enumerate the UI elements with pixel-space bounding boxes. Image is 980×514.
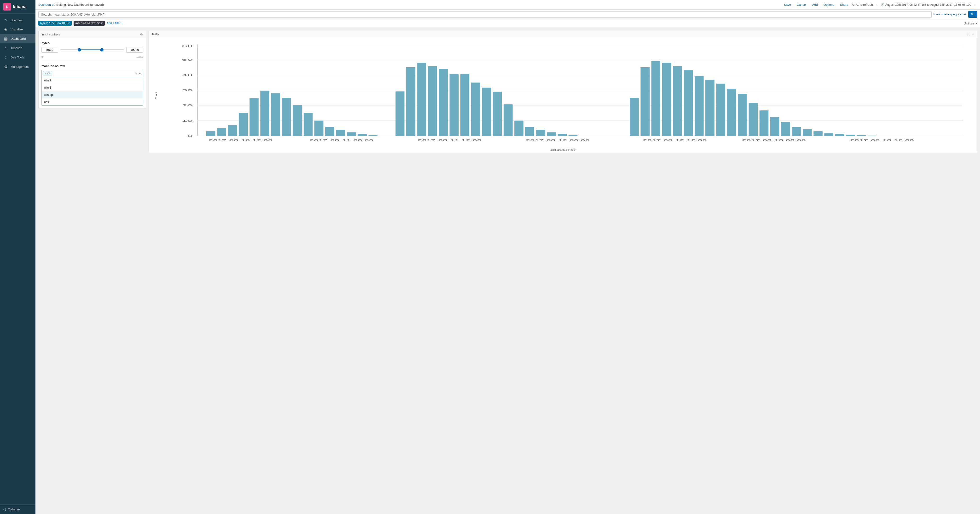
svg-text:10: 10 [182, 119, 193, 122]
actions-button[interactable]: Actions ▾ [964, 22, 977, 25]
range-thumb-left[interactable] [78, 48, 81, 51]
select-arrow-icon[interactable]: ▲ [138, 71, 142, 75]
search-input[interactable] [38, 11, 932, 18]
discover-icon: ○ [3, 18, 8, 22]
sidebar-navigation: ○ Discover ◈ Visualize ▦ Dashboard ∿ Tim… [0, 14, 35, 504]
sidebar-item-discover-label: Discover [11, 19, 23, 22]
add-filter-label: Add a filter + [107, 22, 123, 25]
svg-rect-19 [239, 113, 248, 136]
time-range[interactable]: 🕐 August 10th 2017, 06:22:37.165 to Augu… [881, 3, 971, 6]
filter-badge-bytes[interactable]: bytes: "5.5KB to 10KB" [38, 21, 72, 25]
input-controls-panel: input controls ⚙ bytes [38, 30, 146, 109]
dropdown-item-win8[interactable]: win 8 [42, 84, 143, 91]
filter-badge-os-text: machine.os.raw: "ios" [75, 22, 103, 25]
breadcrumb: Dashboard / Editing New Dashboard (unsav… [38, 3, 104, 6]
sidebar-item-discover[interactable]: ○ Discover [0, 16, 35, 25]
management-icon: ⚙ [3, 64, 8, 69]
svg-rect-65 [803, 129, 812, 136]
tag-ios-label: ios [47, 71, 50, 75]
dropdown-item-winxp[interactable]: win xp [42, 91, 143, 98]
refresh-icon: ↻ [852, 3, 855, 6]
time-range-text: August 10th 2017, 06:22:37.165 to August… [885, 3, 971, 6]
tag-remove-ios[interactable]: × [45, 72, 46, 75]
dropdown-item-osx[interactable]: osx [42, 98, 143, 105]
auto-refresh-button[interactable]: ↻ Auto-refresh [852, 3, 873, 6]
save-button[interactable]: Save [782, 2, 793, 8]
dropdown-item-win7[interactable]: win 7 [42, 77, 143, 84]
share-button[interactable]: Share [838, 2, 850, 8]
svg-rect-62 [770, 117, 780, 136]
breadcrumb-dashboard-link[interactable]: Dashboard [38, 3, 54, 6]
svg-rect-16 [206, 131, 215, 136]
logo-area: K kibana [0, 0, 35, 14]
svg-rect-37 [450, 74, 458, 136]
bytes-label: bytes [41, 41, 143, 45]
add-filter-button[interactable]: Add a filter + [107, 22, 123, 25]
svg-text:2017-08-12 00:00: 2017-08-12 00:00 [526, 139, 590, 141]
machine-os-label: machine.os.raw [41, 64, 143, 68]
settings-icon[interactable]: ○ [972, 32, 974, 36]
collapse-button[interactable]: ◁ Collapse [3, 508, 32, 511]
lucene-syntax-link[interactable]: Uses lucene query syntax [934, 13, 966, 16]
svg-rect-64 [792, 127, 801, 136]
input-controls-header: input controls ⚙ [38, 30, 146, 38]
svg-rect-39 [471, 82, 480, 136]
svg-text:2017-08-12 12:00: 2017-08-12 12:00 [643, 139, 707, 141]
sidebar-item-timelion[interactable]: ∿ Timelion [0, 43, 35, 53]
actions-label: Actions ▾ [964, 22, 977, 25]
svg-rect-24 [293, 105, 302, 136]
select-tags[interactable]: × ios ✕ ▲ [41, 70, 143, 77]
svg-rect-67 [824, 133, 834, 136]
time-next-button[interactable]: › [973, 2, 977, 8]
svg-rect-53 [673, 67, 682, 136]
options-button[interactable]: Options [822, 2, 836, 8]
cancel-button[interactable]: Cancel [795, 2, 808, 8]
range-slider[interactable] [60, 48, 124, 52]
sidebar-item-dashboard[interactable]: ▦ Dashboard [0, 34, 35, 43]
svg-rect-32 [396, 92, 405, 136]
svg-rect-54 [684, 70, 693, 136]
os-select: × ios ✕ ▲ win 7 win 8 win xp osx [41, 70, 143, 106]
sidebar-item-management[interactable]: ⚙ Management [0, 62, 35, 71]
svg-rect-66 [813, 131, 822, 136]
sidebar-item-devtools[interactable]: ⟩ Dev Tools [0, 53, 35, 62]
add-button[interactable]: Add [810, 2, 820, 8]
search-button[interactable]: 🔍 [968, 11, 977, 18]
range-thumb-right[interactable] [100, 48, 103, 51]
svg-rect-36 [439, 69, 448, 136]
range-labels: 0 19956 [41, 56, 143, 58]
svg-rect-46 [547, 132, 556, 136]
kibana-logo-icon: K [3, 3, 11, 11]
svg-rect-59 [738, 94, 747, 136]
sidebar-item-dashboard-label: Dashboard [11, 37, 26, 40]
svg-text:40: 40 [182, 73, 193, 76]
svg-text:2017-08-11 12:00: 2017-08-11 12:00 [418, 139, 482, 141]
range-min-input[interactable] [41, 47, 58, 53]
expand-icon[interactable]: ⛶ [967, 32, 970, 36]
svg-rect-28 [336, 130, 345, 136]
svg-rect-63 [781, 122, 790, 136]
filter-badge-os[interactable]: machine.os.raw: "ios" [73, 21, 105, 25]
svg-rect-27 [325, 127, 334, 136]
auto-refresh-label: Auto-refresh [856, 3, 873, 6]
topbar-actions: Save Cancel Add Options Share ↻ Auto-ref… [782, 2, 977, 8]
dashboard-icon: ▦ [3, 36, 8, 41]
select-controls: ✕ ▲ [135, 71, 142, 75]
range-max-input[interactable] [126, 47, 143, 53]
visualize-icon: ◈ [3, 27, 8, 32]
gear-icon[interactable]: ⚙ [140, 32, 143, 36]
time-prev-button[interactable]: ‹ [875, 2, 879, 8]
topbar: Dashboard / Editing New Dashboard (unsav… [35, 0, 980, 10]
svg-text:2017-08-13 12:00: 2017-08-13 12:00 [850, 139, 914, 141]
sidebar-item-visualize[interactable]: ◈ Visualize [0, 25, 35, 34]
bytes-range-row [41, 47, 143, 53]
sidebar: K kibana ○ Discover ◈ Visualize ▦ Dashbo… [0, 0, 35, 514]
svg-rect-29 [347, 132, 356, 136]
sidebar-item-visualize-label: Visualize [11, 27, 23, 31]
svg-rect-33 [406, 67, 415, 136]
svg-rect-21 [261, 91, 270, 136]
svg-text:2017-08-13 00:00: 2017-08-13 00:00 [742, 139, 806, 141]
svg-rect-42 [504, 105, 513, 136]
select-clear-icon[interactable]: ✕ [135, 71, 138, 75]
collapse-label: Collapse [8, 508, 20, 511]
